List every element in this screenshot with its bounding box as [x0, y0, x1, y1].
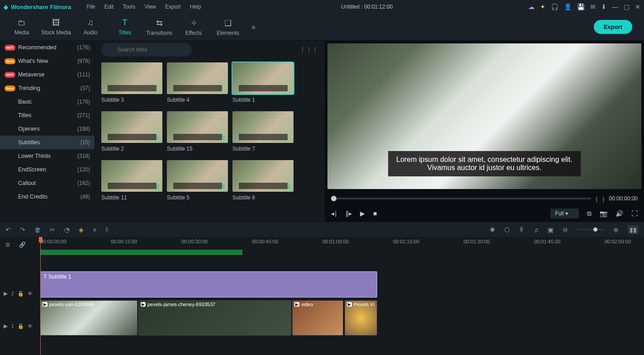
subtitle-track[interactable]: T Subtitle 1	[39, 271, 644, 298]
subtitle-clip[interactable]: T Subtitle 1	[40, 271, 377, 298]
tab-stock-media[interactable]: 🖾Stock Media	[39, 14, 73, 41]
lock-icon[interactable]: 🔓	[18, 291, 24, 297]
mixer-icon[interactable]: ♬	[534, 226, 539, 233]
snapshot-icon[interactable]: 📷	[600, 210, 607, 217]
link-icon[interactable]: 🔗	[19, 241, 26, 248]
tab-audio[interactable]: ♫Audio	[73, 14, 108, 41]
thumbnail[interactable]: ⬇Subtitle 5	[167, 160, 228, 201]
sidebar-item-lower-thirds[interactable]: Lower Thirds(318)	[0, 149, 95, 163]
thumbnail[interactable]: ⬇Subtitle 8	[232, 160, 294, 201]
menu-view[interactable]: View	[140, 4, 161, 10]
grid-view-icon[interactable]: ⋮⋮⋮	[299, 46, 318, 53]
sidebar-item-recommended[interactable]: HOTRecommended(176)	[0, 41, 95, 54]
user-icon[interactable]: 👤	[564, 3, 572, 10]
lightbulb-icon[interactable]: ✦	[540, 3, 545, 10]
sidebar-item-trending[interactable]: NewTrending(37)	[0, 81, 95, 95]
maximize-icon[interactable]: ▢	[624, 3, 630, 10]
sidebar-item-openers[interactable]: Openers(168)	[0, 122, 95, 136]
thumbnail[interactable]: ⬇Subtitle 11	[101, 160, 162, 201]
menu-export[interactable]: Export	[161, 4, 185, 10]
sidebar-item-metaverse[interactable]: HOTMetaverse(111)	[0, 68, 95, 81]
playhead[interactable]	[40, 237, 41, 355]
tab-effects[interactable]: ✧Effects	[176, 14, 211, 41]
video-clip[interactable]: ▶Pexels Vi	[345, 300, 377, 336]
play-icon[interactable]: ▶	[360, 210, 365, 217]
split-icon[interactable]: ✂	[50, 226, 55, 233]
download-icon[interactable]: ⬇	[156, 134, 161, 141]
mail-icon[interactable]: ✉	[590, 3, 596, 10]
undo-icon[interactable]: ↶	[5, 226, 11, 233]
menu-edit[interactable]: Edit	[100, 4, 118, 10]
video-track[interactable]: ▶pexels-yan-6209968 ▶pexels-james-cheney…	[39, 300, 644, 337]
video-clip[interactable]: ▶pexels-james-cheney-6933537	[138, 300, 291, 336]
voiceover-icon[interactable]: 🎙	[519, 226, 525, 233]
scrub-bar[interactable]	[331, 198, 591, 199]
video-clip[interactable]: ▶video	[292, 300, 343, 336]
cloud-icon[interactable]: ☁	[528, 3, 535, 10]
thumbnail[interactable]: Subtitle 3	[101, 62, 162, 103]
add-track-icon[interactable]: ⊞	[5, 241, 10, 248]
prev-frame-icon[interactable]: ◂∣	[331, 210, 337, 217]
preview-video[interactable]: Lorem ipsum dolor sit amet, consectetur …	[327, 43, 641, 189]
stop-icon[interactable]: ■	[373, 210, 377, 217]
search-input[interactable]	[101, 43, 192, 57]
sidebar-item-titles[interactable]: Titles(271)	[0, 109, 95, 122]
sidebar-item-endscreen[interactable]: EndScreen(120)	[0, 163, 95, 176]
volume-icon[interactable]: 🔊	[616, 210, 623, 217]
sidebar-item-callout[interactable]: Callout(182)	[0, 176, 95, 190]
adjust-icon[interactable]: ≡	[93, 226, 96, 233]
download-icon[interactable]: ⬇	[221, 183, 226, 190]
visibility-icon[interactable]: 👁	[28, 323, 33, 329]
timeline: ⊞ 🔗 ▶ 2 🔓 👁 ▶ 1 🔓 👁 00:00:00:0000:00:15:…	[0, 237, 644, 355]
speed-icon[interactable]: ◔	[64, 226, 70, 233]
play-pause-icon[interactable]: ∥▸	[346, 210, 352, 217]
menu-help[interactable]: Help	[185, 4, 206, 10]
thumbnail-label: Subtitle 15	[167, 146, 228, 152]
zoom-slider[interactable]	[577, 229, 604, 230]
download-icon[interactable]: ⬇	[287, 183, 292, 190]
tab-media[interactable]: 🗀Media	[5, 14, 39, 41]
video-clip[interactable]: ▶pexels-yan-6209968	[40, 300, 137, 336]
thumbnail[interactable]: Subtitle 4	[167, 62, 228, 103]
export-button[interactable]: Export	[594, 20, 632, 34]
thumbnail[interactable]: ⬇Subtitle 15	[167, 111, 228, 152]
more-tabs-icon[interactable]: »	[245, 23, 262, 31]
keyframe-icon[interactable]: ▣	[548, 226, 554, 233]
menu-tools[interactable]: Tools	[118, 4, 140, 10]
mark-icon[interactable]: ⬡	[504, 226, 510, 233]
render-icon[interactable]: ✺	[490, 226, 495, 233]
sidebar-item-subtitles[interactable]: Subtitles(15)	[0, 136, 95, 149]
menu-file[interactable]: File	[82, 4, 99, 10]
lock-icon[interactable]: 🔓	[18, 323, 24, 329]
tab-transitions[interactable]: ⇆Transitions	[142, 14, 176, 41]
download-icon[interactable]: ⬇	[601, 3, 606, 10]
close-icon[interactable]: ✕	[635, 3, 640, 10]
minimize-icon[interactable]: —	[612, 3, 618, 10]
delete-icon[interactable]: 🗑	[34, 226, 41, 233]
fullscreen-icon[interactable]: ⛶	[631, 210, 638, 217]
thumbnail[interactable]: Subtitle 7	[232, 111, 294, 152]
thumbnail[interactable]: ⬇Subtitle 2	[101, 111, 162, 152]
save-icon[interactable]: 💾	[577, 3, 585, 10]
detach-icon[interactable]: ⧉	[587, 210, 592, 218]
sidebar-item-what-s-new[interactable]: NewWhat's New(978)	[0, 54, 95, 68]
range-brackets[interactable]: { }	[596, 195, 605, 202]
timeline-ruler[interactable]: 00:00:00:0000:00:15:0000:00:30:0000:00:4…	[39, 237, 644, 252]
download-icon[interactable]: ⬇	[156, 183, 161, 190]
audio-wave-icon[interactable]: ⫴	[105, 226, 108, 233]
thumbnail[interactable]: Subtitle 1	[232, 62, 294, 103]
tab-titles[interactable]: TTitles	[108, 14, 142, 41]
tab-elements[interactable]: ❏Elements	[211, 14, 245, 41]
sidebar-item-basic[interactable]: Basic(178)	[0, 95, 95, 109]
marker-icon[interactable]: ◈	[79, 226, 84, 233]
headset-icon[interactable]: 🎧	[551, 3, 559, 10]
fit-icon[interactable]: ▮▮	[628, 225, 639, 234]
timeline-content[interactable]: 00:00:00:0000:00:15:0000:00:30:0000:00:4…	[39, 237, 644, 355]
zoom-out-icon[interactable]: ⊖	[563, 226, 568, 233]
download-icon[interactable]: ⬇	[221, 134, 226, 141]
quality-select[interactable]: Full ▾	[550, 208, 579, 218]
redo-icon[interactable]: ↷	[20, 226, 25, 233]
sidebar-item-end-credits[interactable]: End Credits(48)	[0, 190, 95, 204]
visibility-icon[interactable]: 👁	[28, 291, 33, 296]
zoom-in-icon[interactable]: ⊕	[613, 226, 619, 233]
